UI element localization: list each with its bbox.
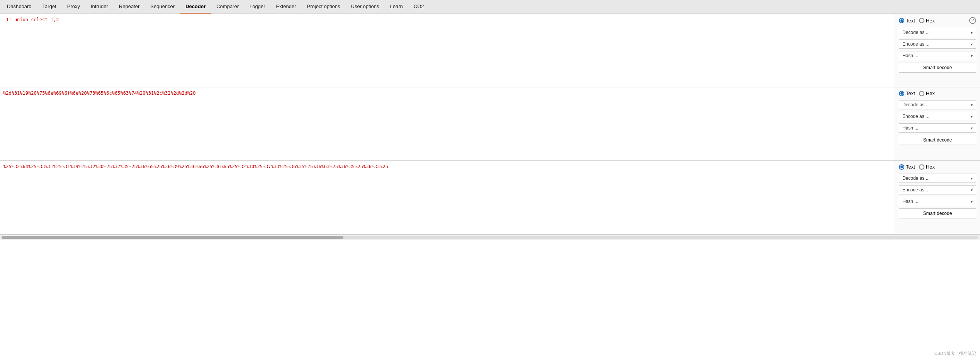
nav-item-decoder[interactable]: Decoder bbox=[180, 0, 211, 14]
nav-item-user-options[interactable]: User options bbox=[346, 0, 385, 14]
dropdown-arrow-2: ▾ bbox=[971, 126, 973, 130]
text-radio-label-3[interactable]: Text bbox=[899, 164, 915, 170]
decoded-text-2: %2d%31%19%20%75%6e%69%6f%6e%20%73%65%6c%… bbox=[3, 90, 892, 96]
text-radio-text-2: Text bbox=[906, 90, 915, 96]
watermark: CSDN博客上找的笔记 bbox=[934, 351, 976, 356]
text-radio-label-1[interactable]: Text bbox=[899, 18, 915, 24]
decoder-input-area-2[interactable]: %2d%31%19%20%75%6e%69%6f%6e%20%73%65%6c%… bbox=[0, 87, 895, 160]
dropdown-arrow-2: ▾ bbox=[971, 103, 973, 107]
dropdown-arrow-1: ▾ bbox=[971, 54, 973, 58]
hash-dropdown-3[interactable]: Hash ...▾ bbox=[899, 197, 976, 206]
text-radio-text-1: Text bbox=[906, 18, 915, 24]
dropdown-arrow-1: ▾ bbox=[971, 42, 973, 46]
hex-radio-circle-3[interactable] bbox=[919, 164, 924, 170]
format-radio-row-1: TextHex? bbox=[899, 17, 976, 24]
decoder-input-area-3[interactable]: %25%32%64%25%33%31%25%31%39%25%32%30%25%… bbox=[0, 161, 895, 234]
dropdown-arrow-3: ▾ bbox=[971, 176, 973, 181]
nav-item-extender[interactable]: Extender bbox=[270, 0, 301, 14]
dropdown-arrow-3: ▾ bbox=[971, 188, 973, 192]
horizontal-scrollbar[interactable] bbox=[0, 234, 980, 240]
format-radio-row-2: TextHex bbox=[899, 90, 976, 96]
decoder-panel-1: -1' union select 1,2--TextHex?Decode as … bbox=[0, 14, 980, 87]
decoder-controls-1: TextHex?Decode as ...▾Encode as ...▾Hash… bbox=[895, 14, 980, 87]
nav-item-sequencer[interactable]: Sequencer bbox=[145, 0, 180, 14]
smart-decode-button-3[interactable]: Smart decode bbox=[899, 208, 976, 218]
decoder-panel-3: %25%32%64%25%33%31%25%31%39%25%32%30%25%… bbox=[0, 161, 980, 234]
dropdown-arrow-2: ▾ bbox=[971, 114, 973, 119]
hex-radio-text-1: Hex bbox=[926, 18, 935, 24]
nav-item-logger[interactable]: Logger bbox=[244, 0, 270, 14]
nav-item-target[interactable]: Target bbox=[37, 0, 62, 14]
text-radio-circle-2[interactable] bbox=[899, 91, 904, 96]
decoded-text-1: -1' union select 1,2-- bbox=[3, 17, 892, 22]
decode-dropdown-2[interactable]: Decode as ...▾ bbox=[899, 100, 976, 109]
dropdown-arrow-1: ▾ bbox=[971, 31, 973, 35]
text-radio-circle-1[interactable] bbox=[899, 18, 904, 23]
hex-radio-label-2[interactable]: Hex bbox=[919, 90, 935, 96]
scrollbar-track bbox=[2, 236, 978, 239]
text-radio-circle-3[interactable] bbox=[899, 164, 904, 170]
hex-radio-circle-2[interactable] bbox=[919, 91, 924, 96]
hex-radio-text-2: Hex bbox=[926, 90, 935, 96]
encode-dropdown-1[interactable]: Encode as ...▾ bbox=[899, 39, 976, 49]
smart-decode-button-2[interactable]: Smart decode bbox=[899, 135, 976, 145]
decoder-controls-3: TextHexDecode as ...▾Encode as ...▾Hash … bbox=[895, 161, 980, 234]
nav-item-project-options[interactable]: Project options bbox=[302, 0, 346, 14]
help-icon[interactable]: ? bbox=[969, 17, 976, 24]
text-radio-label-2[interactable]: Text bbox=[899, 90, 915, 96]
hex-radio-label-3[interactable]: Hex bbox=[919, 164, 935, 170]
hex-radio-text-3: Hex bbox=[926, 164, 935, 170]
smart-decode-button-1[interactable]: Smart decode bbox=[899, 63, 976, 73]
decoder-input-area-1[interactable]: -1' union select 1,2-- bbox=[0, 14, 895, 87]
decoder-panel-2: %2d%31%19%20%75%6e%69%6f%6e%20%73%65%6c%… bbox=[0, 87, 980, 161]
nav-item-co2[interactable]: CO2 bbox=[408, 0, 430, 14]
decode-dropdown-1[interactable]: Decode as ...▾ bbox=[899, 28, 976, 37]
encode-dropdown-3[interactable]: Encode as ...▾ bbox=[899, 185, 976, 194]
decode-dropdown-3[interactable]: Decode as ...▾ bbox=[899, 174, 976, 183]
hex-radio-label-1[interactable]: Hex bbox=[919, 18, 935, 24]
hex-radio-circle-1[interactable] bbox=[919, 18, 924, 23]
decoder-controls-2: TextHexDecode as ...▾Encode as ...▾Hash … bbox=[895, 87, 980, 160]
nav-item-proxy[interactable]: Proxy bbox=[62, 0, 85, 14]
nav-item-dashboard[interactable]: Dashboard bbox=[2, 0, 37, 14]
hash-dropdown-1[interactable]: Hash ...▾ bbox=[899, 51, 976, 60]
nav-item-repeater[interactable]: Repeater bbox=[114, 0, 145, 14]
format-radio-row-3: TextHex bbox=[899, 164, 976, 170]
encode-dropdown-2[interactable]: Encode as ...▾ bbox=[899, 112, 976, 121]
nav-item-learn[interactable]: Learn bbox=[385, 0, 408, 14]
text-radio-text-3: Text bbox=[906, 164, 915, 170]
navigation-bar: DashboardTargetProxyIntruderRepeaterSequ… bbox=[0, 0, 980, 14]
decoded-text-3: %25%32%64%25%33%31%25%31%39%25%32%30%25%… bbox=[3, 164, 892, 169]
main-content: -1' union select 1,2--TextHex?Decode as … bbox=[0, 14, 980, 358]
dropdown-arrow-3: ▾ bbox=[971, 199, 973, 204]
scrollbar-thumb[interactable] bbox=[2, 236, 343, 239]
nav-item-intruder[interactable]: Intruder bbox=[85, 0, 114, 14]
hash-dropdown-2[interactable]: Hash ...▾ bbox=[899, 123, 976, 133]
nav-item-comparer[interactable]: Comparer bbox=[211, 0, 244, 14]
